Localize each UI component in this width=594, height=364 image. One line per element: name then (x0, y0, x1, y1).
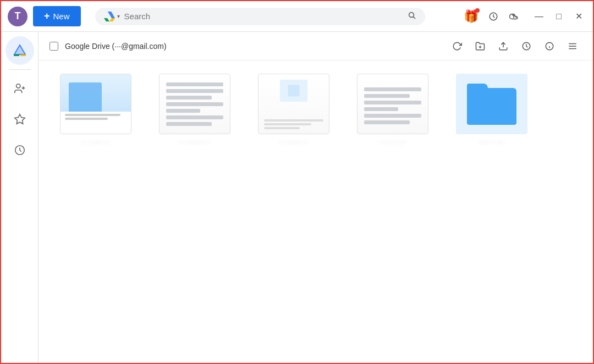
search-submit-icon[interactable] (408, 11, 416, 22)
gdrive-logo-icon: ▾ (104, 12, 120, 21)
maximize-button[interactable]: □ (551, 9, 566, 24)
file-thumbnail (159, 74, 230, 134)
file-name: ··· ·····-··· ··· (81, 139, 111, 145)
search-input[interactable] (124, 12, 403, 21)
select-all-checkbox[interactable] (50, 42, 58, 51)
toolbar-icons (448, 37, 582, 56)
sidebar-item-my-drive[interactable] (6, 36, 34, 65)
file-name: ······ ·· ····· (479, 139, 504, 145)
minimize-button[interactable]: — (531, 9, 547, 24)
svg-rect-10 (14, 54, 19, 56)
new-button[interactable]: + New (33, 6, 81, 26)
list-item[interactable]: ··· ·····-··· ··· (250, 74, 338, 145)
file-name: ··· ·····-··· ··· (279, 139, 309, 145)
file-grid: ··· ·····-··· ··· ··· ·······-··· ··· (38, 60, 593, 158)
title-bar: T + New ▾ 🎁 (1, 1, 593, 32)
chevron-down-icon[interactable]: ▾ (117, 13, 120, 19)
new-folder-button[interactable] (471, 37, 490, 56)
breadcrumb: Google Drive (···@gmail.com) (65, 42, 441, 51)
upload-button[interactable] (494, 37, 513, 56)
info-button[interactable] (540, 37, 559, 56)
list-item[interactable]: ··· ·····-··· ··· (52, 74, 140, 145)
activity-button[interactable] (517, 37, 536, 56)
svg-point-4 (409, 12, 414, 17)
svg-marker-2 (109, 18, 115, 21)
close-button[interactable]: ✕ (571, 9, 586, 24)
gift-button[interactable]: 🎁 (461, 7, 481, 26)
sidebar (1, 32, 38, 364)
file-name: ·· ······ ······ (380, 139, 406, 145)
sidebar-divider (9, 69, 31, 70)
svg-marker-3 (108, 12, 113, 15)
sidebar-item-recent[interactable] (6, 136, 34, 164)
refresh-button[interactable] (448, 37, 466, 56)
plus-icon: + (44, 10, 50, 22)
file-thumbnail (456, 74, 527, 134)
sidebar-item-shared[interactable] (6, 74, 34, 103)
more-options-button[interactable] (563, 37, 582, 56)
new-button-label: New (53, 12, 70, 21)
titlebar-right: 🎁 — □ ✕ (461, 7, 586, 26)
avatar[interactable]: T (8, 7, 28, 26)
content-area: Google Drive (···@gmail.com) (38, 32, 593, 364)
svg-marker-1 (104, 18, 109, 21)
window-controls: — □ ✕ (531, 9, 586, 24)
list-item[interactable]: ··· ·······-··· ··· (151, 74, 239, 145)
svg-marker-9 (14, 45, 25, 54)
file-name: ··· ·······-··· ··· (179, 139, 211, 145)
toolbar-row: Google Drive (···@gmail.com) (38, 32, 593, 60)
sidebar-item-starred[interactable] (6, 105, 34, 134)
file-thumbnail (60, 74, 131, 134)
list-item[interactable]: ·· ······ ······ (349, 74, 437, 145)
main-layout: Google Drive (···@gmail.com) (1, 32, 593, 364)
svg-rect-25 (288, 85, 300, 97)
svg-point-12 (16, 84, 20, 88)
search-bar: ▾ (95, 8, 425, 25)
file-thumbnail (357, 74, 428, 134)
cloud-upload-icon-btn[interactable] (506, 9, 521, 24)
svg-line-5 (413, 16, 415, 19)
svg-rect-11 (20, 54, 26, 56)
file-thumbnail (258, 74, 329, 134)
svg-marker-13 (14, 114, 24, 124)
list-item[interactable]: ······ ·· ····· (448, 74, 536, 145)
history-icon-btn[interactable] (486, 9, 501, 24)
